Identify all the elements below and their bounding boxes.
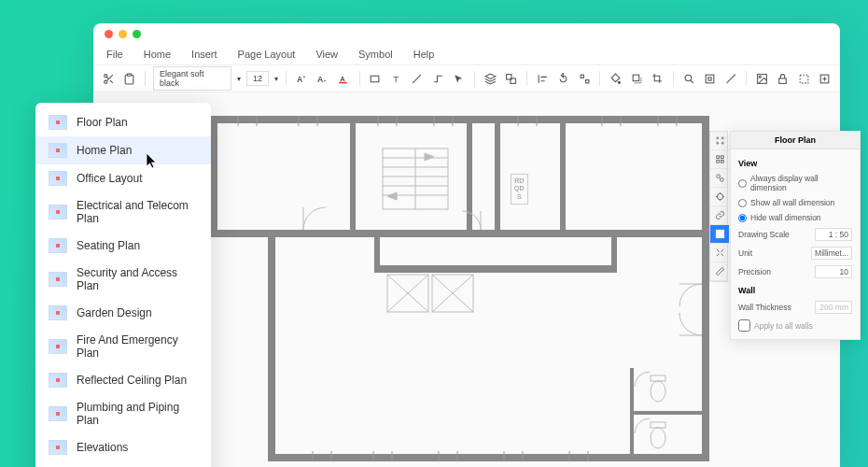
shadow-icon[interactable]	[629, 70, 645, 87]
fill-icon[interactable]	[608, 70, 623, 87]
menu-file[interactable]: File	[106, 49, 123, 60]
cut-icon[interactable]	[101, 70, 117, 87]
svg-rect-36	[374, 265, 617, 273]
same-size-icon[interactable]	[577, 70, 593, 87]
vtool-grid-icon[interactable]	[710, 150, 729, 169]
sidebar-item-floor-plan[interactable]: Floor Plan	[35, 108, 211, 136]
svg-rect-8	[339, 81, 347, 83]
sidebar-item-office-layout[interactable]: Office Layout	[35, 164, 211, 192]
sidebar-item-label: Plumbing and Piping Plan	[77, 401, 198, 427]
font-size[interactable]: 12	[246, 71, 270, 86]
svg-rect-95	[721, 160, 723, 163]
svg-rect-31	[350, 116, 356, 235]
svg-rect-40	[630, 411, 709, 415]
precision-value[interactable]: 10	[815, 265, 852, 278]
cursor-icon	[146, 152, 159, 169]
svg-text:▴: ▴	[302, 74, 304, 78]
sidebar-item-label: Garden Design	[77, 306, 152, 319]
sidebar-item-fire-and-emergency-plan[interactable]: Fire And Emergency Plan	[35, 327, 211, 366]
line-icon[interactable]	[410, 70, 426, 87]
vertical-toolstrip	[709, 131, 728, 282]
unit-value[interactable]: Millimet...	[811, 247, 852, 260]
template-thumb-icon	[49, 171, 67, 186]
rect-icon[interactable]	[368, 70, 384, 87]
thickness-value[interactable]: 200 mm	[815, 301, 852, 314]
zoom-icon[interactable]	[681, 70, 697, 87]
minimize-icon[interactable]	[119, 30, 127, 38]
paste-icon[interactable]	[122, 70, 138, 87]
floorplan-drawing[interactable]: RDQDS	[210, 116, 709, 461]
svg-rect-14	[585, 79, 588, 82]
panel-title: Floor Plan	[731, 132, 860, 149]
svg-rect-93	[721, 156, 723, 159]
sidebar-item-home-plan[interactable]: Home Plan	[35, 136, 211, 164]
sidebar-item-seating-plan[interactable]: Seating Plan	[35, 232, 211, 260]
crop-icon[interactable]	[650, 70, 665, 87]
svg-rect-63	[651, 422, 665, 428]
maximize-icon[interactable]	[133, 30, 141, 38]
vtool-expand-icon[interactable]	[710, 244, 729, 262]
vtool-ruler-icon[interactable]	[710, 262, 729, 281]
svg-point-88	[716, 137, 718, 139]
font-color-icon[interactable]: A	[336, 70, 352, 87]
vtool-target-icon[interactable]	[710, 188, 729, 206]
svg-rect-23	[800, 75, 808, 83]
apply-all-walls[interactable]: Apply to all walls	[738, 319, 852, 332]
picture-icon[interactable]	[754, 70, 770, 87]
sidebar-item-label: Security and Access Plan	[77, 266, 198, 292]
sidebar-item-label: Reflected Ceiling Plan	[77, 374, 187, 387]
pointer-icon[interactable]	[452, 70, 468, 87]
lock-icon[interactable]	[776, 70, 791, 87]
template-thumb-icon	[49, 305, 67, 320]
svg-rect-16	[633, 75, 639, 81]
menu-insert[interactable]: Insert	[191, 49, 217, 60]
close-icon[interactable]	[105, 30, 113, 38]
sidebar-item-reflected-ceiling-plan[interactable]: Reflected Ceiling Plan	[35, 366, 211, 394]
vtool-floorplan-icon[interactable]	[710, 225, 729, 244]
font-select[interactable]: Elegant soft black	[153, 66, 231, 91]
menu-symbol[interactable]: Symbol	[358, 49, 393, 60]
stroke-icon[interactable]	[723, 70, 739, 87]
font-smaller-icon[interactable]: A▾	[315, 70, 331, 87]
template-thumb-icon	[49, 373, 67, 388]
text-icon[interactable]: T	[388, 70, 404, 87]
group-icon[interactable]	[503, 70, 519, 87]
sidebar-item-wardrobe[interactable]: Wardrobe	[35, 461, 211, 467]
rotate-icon[interactable]	[555, 70, 571, 87]
protect-icon[interactable]	[796, 70, 812, 87]
svg-text:▾: ▾	[324, 78, 326, 82]
scale-value[interactable]: 1 : 50	[815, 228, 852, 241]
align-icon[interactable]	[535, 70, 551, 87]
vtool-link-icon[interactable]	[710, 206, 729, 225]
export-icon[interactable]	[818, 70, 833, 87]
svg-rect-28	[268, 230, 275, 461]
menu-home[interactable]: Home	[144, 49, 171, 60]
connector-icon[interactable]	[430, 70, 446, 87]
sidebar-item-electrical-and-telecom-plan[interactable]: Electrical and Telecom Plan	[35, 192, 211, 232]
svg-rect-38	[611, 237, 617, 271]
svg-rect-61	[651, 375, 665, 381]
sidebar-item-plumbing-and-piping-plan[interactable]: Plumbing and Piping Plan	[35, 394, 211, 433]
svg-rect-13	[581, 75, 583, 78]
menu-page-layout[interactable]: Page Layout	[238, 49, 296, 60]
toolbar: Elegant soft black ▾ 12 ▾ A▴ A▾ A T	[93, 64, 840, 92]
svg-rect-35	[268, 230, 709, 237]
radio-show-all[interactable]: Show all wall dimension	[738, 198, 852, 207]
layers-icon[interactable]	[483, 70, 498, 87]
room-label: RDQDS	[511, 174, 528, 205]
template-thumb-icon	[49, 143, 67, 158]
fit-icon[interactable]	[702, 70, 718, 87]
radio-hide[interactable]: Hide wall dimension	[738, 213, 852, 222]
template-thumb-icon	[49, 406, 67, 421]
sidebar-item-garden-design[interactable]: Garden Design	[35, 299, 211, 327]
sidebar-item-label: Office Layout	[77, 172, 143, 185]
sidebar-item-security-and-access-plan[interactable]: Security and Access Plan	[35, 260, 211, 299]
vtool-chain-icon[interactable]	[710, 169, 729, 188]
sidebar-item-elevations[interactable]: Elevations	[35, 433, 211, 461]
menu-help[interactable]: Help	[413, 49, 435, 60]
svg-rect-32	[467, 116, 472, 235]
font-larger-icon[interactable]: A▴	[294, 70, 310, 87]
menu-view[interactable]: View	[315, 49, 338, 60]
radio-always-display[interactable]: Always display wall dimension	[738, 174, 852, 192]
vtool-handles-icon[interactable]	[710, 132, 729, 150]
